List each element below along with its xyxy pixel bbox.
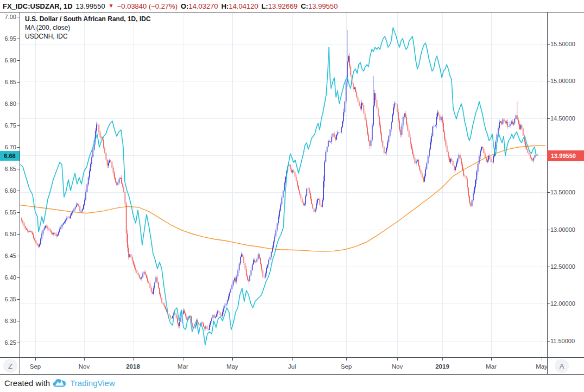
left-axis-label: 6.70 — [0, 144, 16, 150]
left-axis-label: 6.55 — [0, 209, 16, 216]
left-axis-label: 6.30 — [0, 318, 16, 324]
price-down-arrow-icon: ▼ — [109, 3, 114, 9]
left-axis-label: 6.65 — [0, 166, 16, 172]
right-axis-label: 12.00000 — [550, 300, 575, 307]
right-axis-label: 15.00000 — [550, 78, 575, 84]
chart-window: FX_IDC:USDZAR, 1D 13.99550 ▼ −0.03840 (−… — [0, 0, 584, 392]
symbol-info-bar: FX_IDC:USDZAR, 1D 13.99550 ▼ −0.03840 (−… — [0, 0, 584, 12]
left-axis-label: 6.60 — [0, 187, 16, 194]
left-axis-label: 6.85 — [0, 79, 16, 85]
usdcnh-last-value: 6.68 — [4, 153, 15, 159]
left-axis-label: 7.00 — [0, 14, 16, 20]
left-axis-label: 6.95 — [0, 35, 16, 42]
left-axis-label: 6.40 — [0, 274, 16, 281]
footer: Created with TradingView — [4, 376, 115, 390]
left-axis-label: 6.90 — [0, 57, 16, 64]
left-axis-label: 6.50 — [0, 231, 16, 237]
usdzar-last-price-tag: 13.99550 — [547, 150, 584, 161]
auto-scale-button[interactable]: A — [555, 359, 569, 373]
timezone-button[interactable]: Z — [3, 359, 17, 373]
time-axis-label: May — [226, 363, 238, 370]
left-axis-label: 6.35 — [0, 296, 16, 302]
time-axis-label: 2019 — [435, 363, 449, 370]
last-price: 13.99550 — [76, 2, 105, 10]
high-value: H:14.04120 — [221, 2, 258, 10]
tradingview-brand-link[interactable]: TradingView — [70, 378, 115, 388]
left-axis-label: 6.80 — [0, 100, 16, 107]
right-axis-label: 12.50000 — [550, 263, 575, 270]
time-axis-label: Sep — [30, 363, 41, 370]
usdzar-last-price: 13.99550 — [551, 153, 576, 159]
time-axis-label: Nov — [79, 363, 90, 370]
right-axis-label: 13.00000 — [550, 226, 575, 233]
time-axis-label: Jul — [288, 363, 296, 370]
time-axis-label: Nov — [392, 363, 403, 370]
tradingview-logo-icon — [53, 378, 67, 388]
time-axis-label: May — [536, 363, 548, 370]
low-value: L:13.92669 — [262, 2, 298, 10]
price-change: −0.03840 (−0.27%) — [117, 2, 177, 10]
open-value: O:14.03270 — [181, 2, 218, 10]
created-with-label: Created with — [4, 378, 50, 388]
chart-plot-area[interactable] — [20, 12, 547, 357]
time-axis-label: 2018 — [126, 363, 140, 370]
usdcnh-last-value-tag: 6.68 — [0, 151, 20, 161]
right-axis-label: 11.50000 — [550, 338, 575, 344]
time-axis-label: Sep — [341, 363, 352, 370]
right-axis-label: 13.50000 — [550, 189, 575, 195]
right-axis-label: 14.50000 — [550, 115, 575, 122]
left-axis-label: 6.25 — [0, 339, 16, 346]
time-axis-label: Mar — [177, 363, 188, 370]
right-axis-label: 15.50000 — [550, 41, 575, 47]
symbol-name: FX_IDC:USDZAR, 1D — [3, 2, 73, 10]
left-axis-label: 6.45 — [0, 252, 16, 259]
left-axis-label: 6.75 — [0, 122, 16, 129]
close-value: C:13.99550 — [301, 2, 338, 10]
time-axis-label: Mar — [486, 363, 497, 370]
